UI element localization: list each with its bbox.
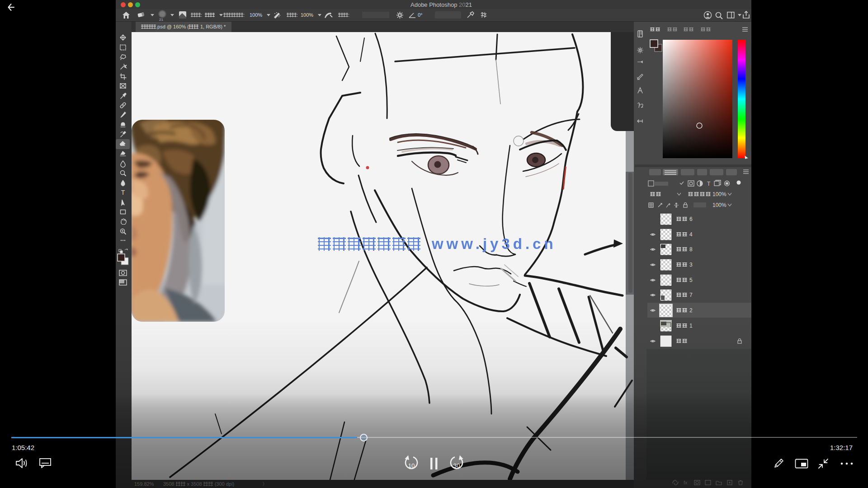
svg-text:100%: 100% bbox=[712, 202, 726, 208]
svg-text:6: 6 bbox=[689, 216, 693, 222]
svg-text:5: 5 bbox=[689, 277, 693, 283]
svg-text:T: T bbox=[121, 189, 125, 196]
svg-text:100%: 100% bbox=[712, 191, 726, 197]
svg-text:8: 8 bbox=[689, 246, 693, 253]
svg-text:T: T bbox=[707, 181, 711, 187]
svg-text:7: 7 bbox=[689, 292, 693, 298]
svg-text:30: 30 bbox=[453, 462, 460, 469]
svg-text:3: 3 bbox=[689, 262, 693, 268]
svg-text:2: 2 bbox=[689, 307, 693, 314]
svg-text:10: 10 bbox=[408, 462, 415, 469]
svg-text:4: 4 bbox=[689, 231, 693, 238]
